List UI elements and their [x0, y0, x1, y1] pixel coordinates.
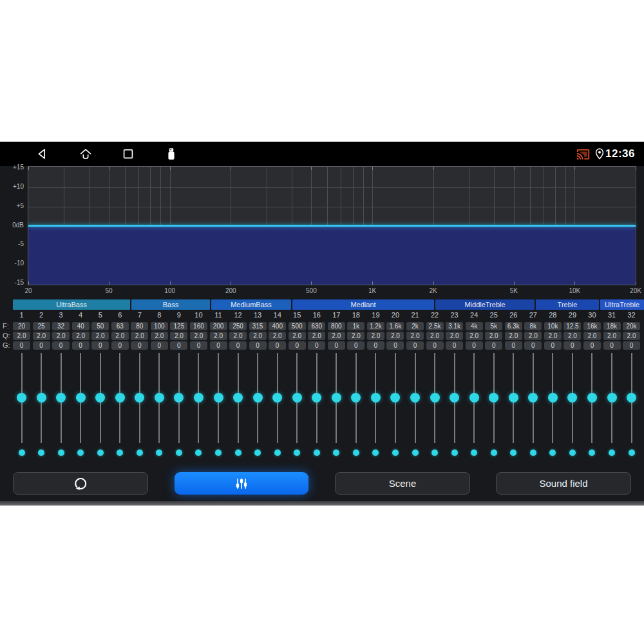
q-value-pill[interactable]: 2.0: [13, 332, 30, 340]
channel-indicator-dot[interactable]: [609, 450, 615, 456]
gain-slider-knob[interactable]: [607, 393, 617, 402]
gain-value-pill[interactable]: 0: [151, 341, 168, 350]
frequency-value-pill[interactable]: 160: [190, 322, 207, 330]
reset-button[interactable]: [13, 472, 148, 495]
channel-indicator-dot[interactable]: [589, 450, 595, 456]
gain-slider-knob[interactable]: [332, 393, 341, 402]
frequency-value-pill[interactable]: 250: [229, 322, 247, 330]
frequency-value-pill[interactable]: 800: [328, 322, 345, 330]
q-value-pill[interactable]: 2.0: [623, 332, 640, 340]
gain-value-pill[interactable]: 0: [603, 341, 621, 350]
gain-value-pill[interactable]: 0: [426, 341, 444, 350]
gain-value-pill[interactable]: 0: [269, 341, 286, 350]
channel-indicator-dot[interactable]: [137, 450, 143, 456]
frequency-value-pill[interactable]: 20: [13, 322, 30, 330]
q-value-pill[interactable]: 2.0: [446, 332, 463, 340]
gain-value-pill[interactable]: 0: [33, 341, 50, 350]
gain-value-pill[interactable]: 0: [564, 341, 581, 350]
frequency-value-pill[interactable]: 2k: [406, 322, 424, 330]
gain-slider-knob[interactable]: [410, 393, 420, 402]
gain-slider-knob[interactable]: [509, 393, 518, 402]
frequency-value-pill[interactable]: 1.2k: [367, 322, 384, 330]
gain-slider-knob[interactable]: [351, 393, 361, 402]
frequency-value-pill[interactable]: 200: [210, 322, 227, 330]
gain-slider-knob[interactable]: [115, 393, 125, 402]
gain-slider-knob[interactable]: [528, 393, 538, 402]
frequency-value-pill[interactable]: 4k: [466, 322, 483, 330]
gain-slider-knob[interactable]: [135, 393, 144, 402]
q-value-pill[interactable]: 2.0: [406, 332, 424, 340]
channel-indicator-dot[interactable]: [294, 450, 300, 456]
gain-value-pill[interactable]: 0: [289, 341, 306, 350]
gain-value-pill[interactable]: 0: [544, 341, 562, 350]
channel-indicator-dot[interactable]: [97, 450, 104, 456]
gain-slider-knob[interactable]: [37, 393, 46, 402]
gain-value-pill[interactable]: 0: [623, 341, 640, 350]
frequency-value-pill[interactable]: 6.3k: [505, 322, 522, 330]
q-value-pill[interactable]: 2.0: [564, 332, 581, 340]
gain-slider-knob[interactable]: [155, 393, 164, 402]
channel-indicator-dot[interactable]: [471, 450, 477, 456]
q-value-pill[interactable]: 2.0: [269, 332, 286, 340]
gain-value-pill[interactable]: 0: [13, 341, 30, 350]
gain-slider-knob[interactable]: [17, 393, 26, 402]
frequency-value-pill[interactable]: 10k: [544, 322, 562, 330]
gain-slider-knob[interactable]: [76, 393, 86, 402]
gain-value-pill[interactable]: 0: [524, 341, 542, 350]
gain-value-pill[interactable]: 0: [249, 341, 267, 350]
q-value-pill[interactable]: 2.0: [308, 332, 325, 340]
channel-indicator-dot[interactable]: [530, 450, 536, 456]
frequency-value-pill[interactable]: 16k: [583, 322, 601, 330]
q-value-pill[interactable]: 2.0: [426, 332, 444, 340]
channel-indicator-dot[interactable]: [451, 450, 458, 456]
channel-indicator-dot[interactable]: [274, 450, 281, 456]
q-value-pill[interactable]: 2.0: [524, 332, 542, 340]
frequency-value-pill[interactable]: 1k: [347, 322, 365, 330]
channel-indicator-dot[interactable]: [117, 450, 123, 456]
q-value-pill[interactable]: 2.0: [485, 332, 502, 340]
channel-indicator-dot[interactable]: [77, 450, 84, 456]
gain-slider-knob[interactable]: [390, 393, 400, 402]
frequency-value-pill[interactable]: 18k: [603, 322, 621, 330]
channel-indicator-dot[interactable]: [38, 450, 44, 456]
q-value-pill[interactable]: 2.0: [466, 332, 483, 340]
gain-value-pill[interactable]: 0: [583, 341, 601, 350]
gain-value-pill[interactable]: 0: [485, 341, 502, 350]
q-value-pill[interactable]: 2.0: [33, 332, 50, 340]
gain-value-pill[interactable]: 0: [446, 341, 463, 350]
frequency-value-pill[interactable]: 400: [269, 322, 286, 330]
gain-slider-knob[interactable]: [312, 393, 321, 402]
frequency-value-pill[interactable]: 3.1k: [446, 322, 463, 330]
q-value-pill[interactable]: 2.0: [583, 332, 601, 340]
gain-value-pill[interactable]: 0: [406, 341, 424, 350]
frequency-value-pill[interactable]: 20k: [623, 322, 640, 330]
gain-value-pill[interactable]: 0: [72, 341, 90, 350]
channel-indicator-dot[interactable]: [353, 450, 359, 456]
gain-slider-knob[interactable]: [292, 393, 302, 402]
gain-slider-knob[interactable]: [95, 393, 105, 402]
gain-slider-knob[interactable]: [253, 393, 263, 402]
channel-indicator-dot[interactable]: [372, 450, 379, 456]
sound-field-button[interactable]: Sound field: [496, 472, 631, 495]
gain-slider-knob[interactable]: [489, 393, 498, 402]
q-value-pill[interactable]: 2.0: [347, 332, 365, 340]
gain-value-pill[interactable]: 0: [367, 341, 384, 350]
gain-slider-knob[interactable]: [587, 393, 597, 402]
channel-indicator-dot[interactable]: [491, 450, 497, 456]
frequency-value-pill[interactable]: 1.6k: [386, 322, 404, 330]
eq-button[interactable]: [175, 472, 308, 495]
q-value-pill[interactable]: 2.0: [210, 332, 227, 340]
frequency-value-pill[interactable]: 25: [33, 322, 50, 330]
gain-slider-knob[interactable]: [450, 393, 459, 402]
channel-indicator-dot[interactable]: [215, 450, 222, 456]
frequency-value-pill[interactable]: 63: [111, 322, 129, 330]
channel-indicator-dot[interactable]: [19, 450, 25, 456]
gain-value-pill[interactable]: 0: [91, 341, 109, 350]
gain-slider-knob[interactable]: [233, 393, 243, 402]
gain-value-pill[interactable]: 0: [308, 341, 325, 350]
gain-slider-knob[interactable]: [272, 393, 282, 402]
frequency-value-pill[interactable]: 50: [91, 322, 109, 330]
gain-slider-knob[interactable]: [371, 393, 381, 402]
frequency-value-pill[interactable]: 40: [72, 322, 90, 330]
gain-value-pill[interactable]: 0: [386, 341, 404, 350]
